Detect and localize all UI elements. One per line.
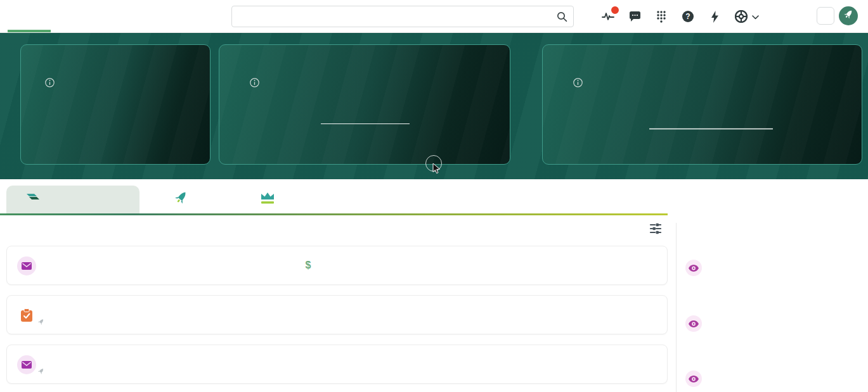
top-nav: ? — [0, 0, 868, 33]
eye-icon — [685, 315, 702, 332]
crown-icon — [259, 191, 276, 208]
action-opportunity[interactable]: $ — [302, 246, 319, 284]
action-row-email-first-intro[interactable] — [6, 345, 668, 384]
info-icon[interactable] — [250, 78, 259, 90]
action-person[interactable] — [302, 296, 308, 334]
activities-chart-bars — [321, 94, 410, 123]
tabs-underline — [0, 213, 668, 215]
activities-chart-ticks — [321, 129, 410, 137]
rocket-icon — [171, 189, 190, 210]
user-menu[interactable] — [748, 0, 759, 33]
todays-rhythm-card[interactable] — [20, 44, 211, 165]
notification-badge — [610, 5, 620, 15]
workflow-page: ? — [0, 0, 868, 392]
pulse-icon[interactable] — [601, 9, 615, 23]
activities-chart-axis — [321, 123, 410, 125]
live-feed-panel — [676, 223, 868, 392]
action-person[interactable] — [302, 345, 308, 383]
help-icon[interactable]: ? — [681, 9, 695, 23]
life-ring-icon[interactable] — [734, 9, 748, 23]
nav-active-indicator — [8, 30, 51, 32]
rocket-icon — [843, 9, 853, 22]
feed-item[interactable] — [685, 315, 863, 332]
opportunities-area-chart — [649, 97, 773, 146]
action-row-meeting-followup[interactable]: $ — [6, 246, 668, 285]
workflow-tabs — [6, 186, 301, 213]
all-activities-card[interactable] — [219, 44, 510, 165]
opportunities-chart-ticks — [649, 135, 773, 144]
activities-bar-chart — [321, 94, 410, 139]
dollar-icon: $ — [302, 260, 314, 271]
chat-icon[interactable] — [628, 9, 642, 23]
opportunities-card[interactable] — [542, 44, 862, 165]
add-button[interactable] — [817, 7, 834, 25]
eye-icon — [685, 260, 702, 276]
lightning-icon[interactable] — [708, 9, 722, 23]
nav-links — [8, 0, 61, 33]
svg-text:?: ? — [685, 12, 690, 21]
feed-tabs — [685, 200, 702, 208]
action-row-data-integrity[interactable] — [6, 295, 668, 334]
dialpad-icon[interactable] — [654, 9, 668, 23]
envelope-icon — [17, 256, 36, 275]
chevron-down-icon — [752, 11, 759, 22]
tab-close[interactable] — [242, 186, 301, 213]
salesloft-rocket-button[interactable] — [839, 6, 858, 25]
info-icon[interactable] — [45, 78, 55, 90]
sliders-icon[interactable] — [649, 223, 663, 236]
cadence-rocket-icon — [37, 318, 45, 328]
metrics-band — [0, 33, 868, 179]
layers-icon — [24, 191, 41, 208]
info-icon[interactable] — [573, 78, 583, 90]
search-input[interactable] — [232, 11, 550, 22]
search-icon[interactable] — [550, 11, 573, 22]
cadence-info — [37, 367, 49, 377]
tab-rhythm[interactable] — [6, 186, 139, 213]
cadence-info — [37, 318, 49, 328]
feed-item[interactable] — [685, 260, 863, 276]
task-icon — [17, 306, 36, 325]
global-search — [231, 6, 574, 27]
cadence-rocket-icon — [37, 367, 45, 377]
mouse-cursor — [425, 155, 442, 172]
feed-item[interactable] — [685, 370, 863, 387]
nav-icons: ? — [601, 0, 748, 33]
eye-icon — [685, 370, 702, 387]
tab-cadences[interactable] — [153, 186, 215, 213]
envelope-icon — [17, 355, 36, 374]
